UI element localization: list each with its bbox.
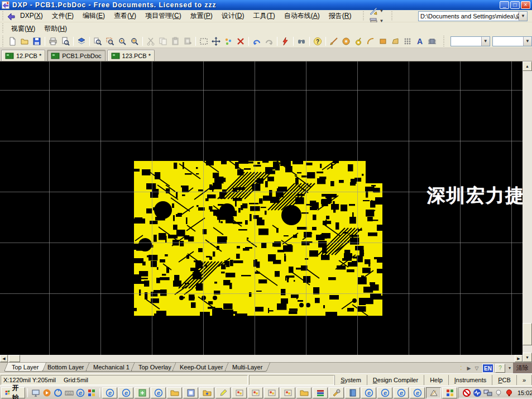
tray-bulb-red[interactable] [505,388,514,397]
task-button-recycle-2[interactable] [135,387,150,398]
scroll-down-icon[interactable]: ▼ [523,353,532,362]
menu-item-row2-0[interactable]: 视窗(W) [7,23,40,34]
start-button[interactable]: 开始 [1,387,25,398]
menu-item-5[interactable]: 放置(P) [186,11,217,21]
task-button-paint-9[interactable] [248,387,263,398]
zoom-document-button[interactable] [92,36,104,47]
task-button-ie-17[interactable]: e [377,387,392,398]
language-options-icon[interactable]: ▾ [506,365,513,370]
maximize-button[interactable]: □ [510,1,520,9]
task-button-ie-1[interactable]: e [118,387,133,398]
task-button-folder-12[interactable] [296,387,311,398]
copy-button[interactable] [157,36,169,47]
new-button[interactable] [6,36,18,47]
task-button-ie-0[interactable]: e [102,387,117,398]
net-filter-combobox[interactable]: ▼ [450,36,490,46]
task-button-toys-21[interactable] [442,387,457,398]
paste-array-button[interactable] [181,36,194,47]
menu-item-4[interactable]: 项目管理(C) [141,11,186,21]
task-button-ie-19[interactable]: e [410,387,425,398]
place-component-button[interactable] [426,36,438,47]
menu-item-3[interactable]: 查看(V) [109,11,141,21]
layer-tab-2[interactable]: Mechanical 1 [85,363,137,372]
layer-tab-5[interactable]: Multi-Layer [224,363,271,372]
horizontal-scrollbar[interactable]: ◀ ▶ [0,355,523,362]
cut-button[interactable] [145,36,157,47]
task-button-ie-3[interactable]: e [151,387,166,398]
place-fill-button[interactable] [377,36,389,47]
tray-audio-blue[interactable] [473,388,482,397]
save-button[interactable] [31,36,43,47]
chevron-down-icon[interactable]: ▼ [519,12,527,21]
horizontal-scroll-thumb[interactable] [9,355,20,362]
doc-tab-1[interactable]: PCB1.PcbDoc [47,50,105,61]
language-help-icon[interactable]: ? [495,364,505,373]
panel-tab-»[interactable]: » [517,375,532,385]
doc-tab-2[interactable]: 123.PCB * [107,50,155,61]
toolbar-grip[interactable] [443,36,445,46]
quick-launch-keyboard[interactable] [64,387,75,398]
place-via-button[interactable] [352,36,365,47]
task-button-paint-8[interactable] [232,387,247,398]
toolbar-grip[interactable] [391,11,394,21]
task-button-tools-14[interactable] [329,387,344,398]
language-bar-en[interactable]: EN [482,364,493,373]
tray-mute-red[interactable] [462,388,471,397]
task-button-app-blue-5[interactable] [183,387,198,398]
document-path-combobox[interactable]: D:\Documents and Settings\midea\桌面 ▼ [418,11,528,21]
task-button-paint-11[interactable] [280,387,295,398]
snap-dots-icon[interactable]: ⁚ [457,364,465,372]
layer-tab-0[interactable]: Top Layer [4,363,47,372]
toolbar-grip[interactable] [2,11,5,21]
setsquare-tool-dropdown-button[interactable]: ▼ [367,6,385,16]
place-pad-button[interactable] [340,36,352,47]
panel-tab-design-compiler[interactable]: Design Compiler [367,375,424,385]
task-button-folder-up-6[interactable] [199,387,214,398]
minimize-button[interactable]: _ [500,1,509,9]
filter-icon[interactable]: ▽ [473,364,481,372]
menu-item-7[interactable]: 工具(T) [248,11,279,21]
quick-launch-ie[interactable]: e [75,387,86,398]
print-preview-button[interactable] [59,36,71,47]
zoom-area-button[interactable] [104,36,116,47]
zoom-selection-button[interactable] [128,36,141,47]
task-button-ie-16[interactable]: e [361,387,376,398]
menu-item-1[interactable]: 文件(F) [47,11,78,21]
redo-button[interactable] [263,36,275,47]
pcb-editor-canvas[interactable]: 深圳宏力捷 [0,61,523,355]
layer-tab-4[interactable]: Keep-Out Layer [172,363,231,372]
arrange-button[interactable] [222,36,234,47]
wizard-button[interactable] [279,36,291,47]
undo-button[interactable] [251,36,263,47]
task-button-ie-18[interactable]: e [394,387,409,398]
toolbar-grip[interactable] [2,36,4,46]
toolbar-grip[interactable] [2,23,5,34]
select-area-button[interactable] [198,36,210,47]
close-button[interactable]: × [521,1,530,9]
move-button[interactable] [210,36,222,47]
play-icon[interactable]: ▶ [465,364,473,372]
menu-item-row2-1[interactable]: 帮助(H) [40,23,71,34]
panel-tab-instruments[interactable]: Instruments [449,375,492,385]
quick-launch-sync[interactable] [52,387,64,398]
help-button[interactable]: ? [311,36,324,47]
print-button[interactable] [47,36,59,47]
place-string-button[interactable]: A [414,36,426,47]
quick-launch-windows[interactable] [86,387,97,398]
browse-layers-button[interactable] [75,36,88,47]
task-button-books-13[interactable] [313,387,328,398]
toolbar-grip[interactable] [362,11,366,21]
component-filter-combobox[interactable]: ▼ [492,36,532,46]
paste-button[interactable] [169,36,181,47]
place-array-button[interactable] [401,36,414,47]
menu-item-2[interactable]: 编辑(E) [78,11,109,21]
chevron-down-icon[interactable]: ▼ [481,37,490,46]
zoom-point-button[interactable] [116,36,128,47]
scroll-up-icon[interactable]: ▲ [523,61,532,71]
task-button-pen-7[interactable] [215,387,231,398]
place-line-button[interactable] [328,36,340,47]
panel-tab-help[interactable]: Help [424,375,449,385]
layer-tab-1[interactable]: Bottom Layer [40,363,92,372]
menu-item-8[interactable]: 自动布线(A) [280,11,324,21]
place-polygon-button[interactable] [389,36,401,47]
